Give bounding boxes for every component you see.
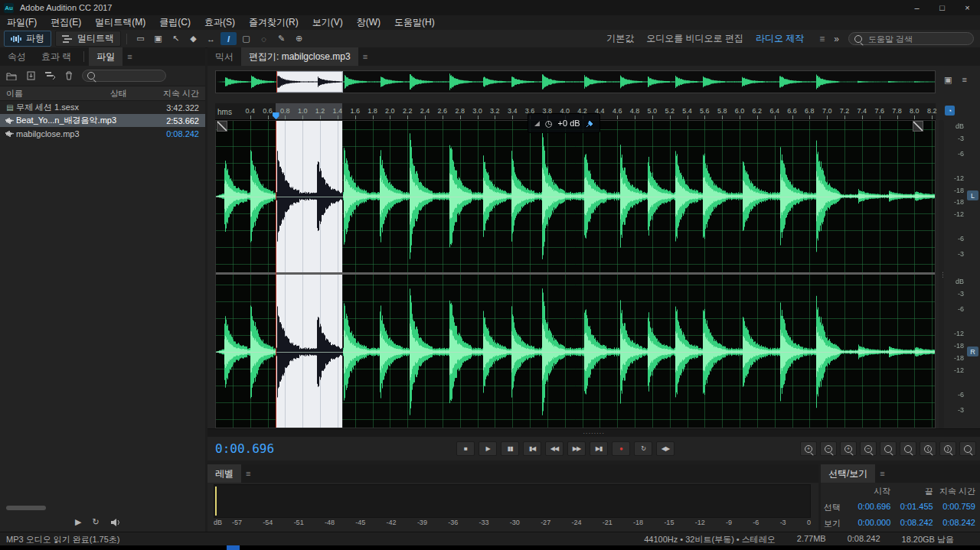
menu-item-2[interactable]: 멀티트랙(M) (88, 16, 152, 29)
column-status[interactable]: 상태 (110, 88, 144, 99)
file-row[interactable]: mabilgclose.mp3 0:08.242 (0, 127, 205, 140)
play-button[interactable]: ▶ (479, 441, 497, 456)
level-meter[interactable] (214, 484, 811, 518)
zoom-full-button[interactable] (880, 441, 897, 456)
overview-waveform-canvas[interactable] (216, 71, 935, 93)
menu-item-7[interactable]: 창(W) (350, 16, 387, 29)
minimize-button[interactable]: – (904, 0, 929, 15)
time-selection-tool-icon[interactable]: I (220, 32, 237, 45)
tab-effects-rack[interactable]: 효과 랙 (34, 47, 79, 66)
close-button[interactable]: × (955, 0, 980, 15)
help-search-input[interactable] (867, 34, 978, 44)
slip-tool-icon[interactable]: ↔ (203, 32, 219, 45)
waveform-view-button[interactable]: 파형 (4, 31, 51, 47)
stop-button[interactable]: ■ (456, 441, 475, 456)
menu-item-4[interactable]: 효과(S) (198, 16, 242, 29)
workspace-overflow-icon[interactable]: » (834, 34, 839, 44)
overview-options-icon[interactable]: ≡ (962, 75, 966, 85)
menu-item-3[interactable]: 클립(C) (152, 16, 198, 29)
selection-end-value[interactable]: 0:01.455 (890, 502, 933, 513)
file-row[interactable]: ▤ 무제 세션 1.sesx 3:42.322 (0, 101, 205, 114)
hud-pin-icon[interactable] (586, 119, 593, 128)
import-file-icon[interactable] (24, 70, 37, 82)
channel-r-button[interactable]: R (967, 347, 978, 356)
selection-start-value[interactable]: 0:00.696 (848, 502, 890, 513)
column-duration[interactable]: 지속 시간 (144, 88, 205, 99)
workspace-menu-icon[interactable]: ≡ (819, 34, 825, 44)
view-start-value[interactable]: 0:00.000 (848, 518, 890, 529)
pause-button[interactable]: ▮▮ (501, 441, 519, 456)
levels-panel-menu-icon[interactable]: ≡ (241, 464, 255, 483)
panel-layout-icon[interactable]: ▭ (132, 32, 149, 45)
open-file-icon[interactable] (5, 70, 18, 82)
view-duration-value[interactable]: 0:08.242 (933, 518, 975, 529)
zoom-selection-in-button[interactable]: ⟨ (920, 441, 936, 456)
maximize-button[interactable]: □ (929, 0, 955, 15)
time-display-settings-icon[interactable]: ◔ (945, 106, 955, 116)
vertical-scrollbar[interactable] (939, 120, 944, 428)
insert-into-multitrack-icon[interactable] (44, 70, 56, 82)
view-end-value[interactable]: 0:08.242 (890, 518, 933, 529)
tab-files[interactable]: 파일 (89, 47, 122, 66)
workspace-1[interactable]: 오디오를 비디오로 편집 (646, 32, 743, 45)
file-row[interactable]: Beat_Yo...n_배경음악.mp3 2:53.662 (0, 114, 205, 127)
skip-to-start-button[interactable]: ▮◀ (523, 441, 541, 456)
waveform-canvas[interactable] (215, 120, 936, 428)
zoom-in-time-button[interactable]: + (800, 441, 817, 456)
move-tool-icon[interactable]: ↖ (168, 32, 184, 45)
menu-item-0[interactable]: 파일(F) (0, 16, 44, 29)
loop-playback-button[interactable]: ↻ (634, 441, 652, 456)
menu-item-1[interactable]: 편집(E) (44, 16, 88, 29)
skip-to-end-button[interactable]: ▶▮ (590, 441, 608, 456)
menu-item-5[interactable]: 즐겨찾기(R) (242, 16, 305, 29)
fast-forward-button[interactable]: ▶▶ (567, 441, 586, 456)
paintbrush-tool-icon[interactable]: ✎ (273, 32, 289, 45)
help-search[interactable] (848, 32, 974, 45)
files-search[interactable] (82, 70, 166, 82)
waveform-display[interactable]: ◢ ◷ +0 dB (215, 120, 936, 428)
multitrack-view-button[interactable]: 멀티트랙 (55, 31, 121, 47)
trash-icon[interactable] (63, 70, 75, 82)
zoom-out-amplitude-button[interactable]: − (860, 441, 877, 456)
rewind-button[interactable]: ◀◀ (545, 441, 564, 456)
menu-item-6[interactable]: 보기(V) (305, 16, 350, 29)
menu-item-8[interactable]: 도움말(H) (387, 16, 442, 29)
spot-healing-brush-icon[interactable]: ⊕ (291, 32, 307, 45)
amplitude-ruler[interactable]: dB-3-3-6-6-12-12-18-18dB-3-3-6-6-12-12-1… (946, 120, 964, 428)
record-button[interactable]: ● (612, 441, 630, 456)
marquee-selection-tool-icon[interactable]: ▢ (238, 32, 254, 45)
fade-in-handle-icon[interactable] (217, 121, 227, 132)
razor-tool-icon[interactable]: ◆ (185, 32, 201, 45)
display-mode-icon[interactable]: ▣ (944, 75, 952, 85)
tab-editor[interactable]: 편집기: mabilgclose.mp3 (241, 47, 358, 66)
workspace-0[interactable]: 기본값 (606, 32, 634, 45)
tab-mixer[interactable]: 믹서 (207, 47, 241, 66)
video-monitor-icon[interactable]: ▣ (150, 32, 166, 45)
zoom-reset-button[interactable] (959, 441, 976, 456)
volume-hud[interactable]: ◢ ◷ +0 dB (528, 113, 600, 133)
zoom-selection-button[interactable] (900, 441, 916, 456)
zoom-in-amplitude-button[interactable]: + (840, 441, 857, 456)
tab-properties[interactable]: 속성 (0, 47, 34, 66)
preview-play-icon[interactable]: ▶ (75, 517, 81, 527)
fade-out-handle-icon[interactable] (913, 121, 923, 132)
selection-view-menu-icon[interactable]: ≡ (875, 464, 889, 483)
zoom-out-time-button[interactable]: − (820, 441, 837, 456)
lasso-selection-tool-icon[interactable]: ◌ (256, 32, 272, 45)
playhead-time-display[interactable]: 0:00.696 (215, 441, 274, 456)
overview-strip[interactable] (215, 70, 936, 93)
workspace-2[interactable]: 라디오 제작 (756, 32, 804, 45)
column-name[interactable]: 이름 (0, 88, 110, 99)
editor-panel-menu-icon[interactable]: ≡ (358, 47, 372, 66)
tab-levels[interactable]: 레벨 (207, 464, 241, 483)
preview-autoplay-icon[interactable] (110, 518, 121, 527)
channel-l-button[interactable]: L (967, 190, 978, 200)
hud-gain-value[interactable]: +0 dB (558, 119, 580, 128)
zoom-selection-out-button[interactable]: ⟩ (939, 441, 956, 456)
files-scrollbar[interactable] (6, 506, 46, 510)
preview-loop-icon[interactable]: ↻ (92, 517, 99, 527)
tab-selection-view[interactable]: 선택/보기 (821, 464, 875, 483)
skip-selection-button[interactable]: ◀▶ (656, 441, 675, 456)
selection-duration-value[interactable]: 0:00.759 (933, 502, 975, 513)
files-panel-menu-icon[interactable]: ≡ (122, 47, 136, 66)
